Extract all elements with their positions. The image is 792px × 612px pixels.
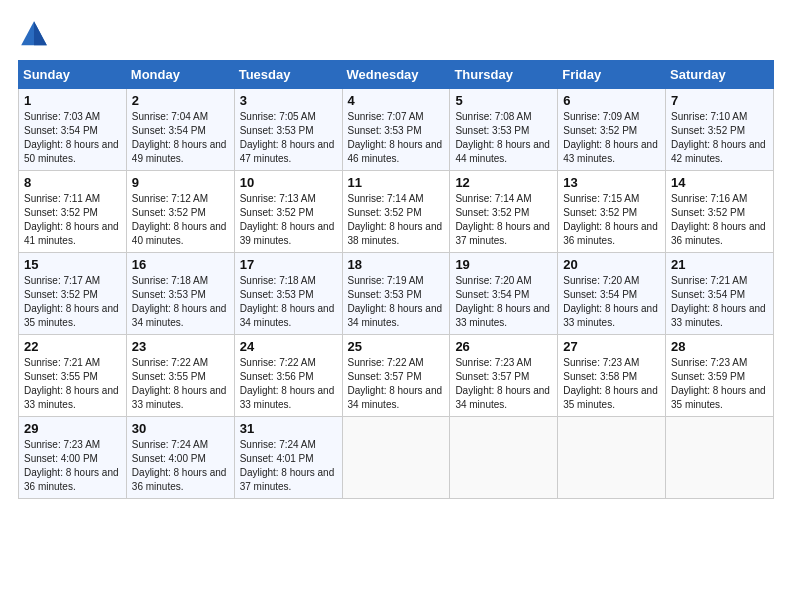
- day-info: Sunrise: 7:22 AMSunset: 3:57 PMDaylight:…: [348, 357, 443, 410]
- day-number: 1: [24, 93, 121, 108]
- calendar-day-cell: 12Sunrise: 7:14 AMSunset: 3:52 PMDayligh…: [450, 171, 558, 253]
- weekday-header: Friday: [558, 61, 666, 89]
- calendar-day-cell: 9Sunrise: 7:12 AMSunset: 3:52 PMDaylight…: [126, 171, 234, 253]
- day-info: Sunrise: 7:09 AMSunset: 3:52 PMDaylight:…: [563, 111, 658, 164]
- calendar-day-cell: 8Sunrise: 7:11 AMSunset: 3:52 PMDaylight…: [19, 171, 127, 253]
- calendar-day-cell: [450, 417, 558, 499]
- calendar-week-row: 29Sunrise: 7:23 AMSunset: 4:00 PMDayligh…: [19, 417, 774, 499]
- calendar-day-cell: 5Sunrise: 7:08 AMSunset: 3:53 PMDaylight…: [450, 89, 558, 171]
- day-info: Sunrise: 7:23 AMSunset: 3:57 PMDaylight:…: [455, 357, 550, 410]
- day-number: 19: [455, 257, 552, 272]
- day-info: Sunrise: 7:10 AMSunset: 3:52 PMDaylight:…: [671, 111, 766, 164]
- day-number: 27: [563, 339, 660, 354]
- calendar-day-cell: 31Sunrise: 7:24 AMSunset: 4:01 PMDayligh…: [234, 417, 342, 499]
- day-info: Sunrise: 7:23 AMSunset: 3:59 PMDaylight:…: [671, 357, 766, 410]
- day-number: 3: [240, 93, 337, 108]
- header: [18, 18, 774, 50]
- day-number: 5: [455, 93, 552, 108]
- day-number: 18: [348, 257, 445, 272]
- calendar-day-cell: 29Sunrise: 7:23 AMSunset: 4:00 PMDayligh…: [19, 417, 127, 499]
- day-info: Sunrise: 7:14 AMSunset: 3:52 PMDaylight:…: [348, 193, 443, 246]
- calendar-day-cell: 22Sunrise: 7:21 AMSunset: 3:55 PMDayligh…: [19, 335, 127, 417]
- day-info: Sunrise: 7:21 AMSunset: 3:54 PMDaylight:…: [671, 275, 766, 328]
- calendar-week-row: 15Sunrise: 7:17 AMSunset: 3:52 PMDayligh…: [19, 253, 774, 335]
- calendar-day-cell: 7Sunrise: 7:10 AMSunset: 3:52 PMDaylight…: [666, 89, 774, 171]
- day-number: 21: [671, 257, 768, 272]
- day-number: 4: [348, 93, 445, 108]
- day-info: Sunrise: 7:22 AMSunset: 3:56 PMDaylight:…: [240, 357, 335, 410]
- day-info: Sunrise: 7:20 AMSunset: 3:54 PMDaylight:…: [455, 275, 550, 328]
- calendar-day-cell: 3Sunrise: 7:05 AMSunset: 3:53 PMDaylight…: [234, 89, 342, 171]
- calendar-day-cell: 14Sunrise: 7:16 AMSunset: 3:52 PMDayligh…: [666, 171, 774, 253]
- calendar-day-cell: 16Sunrise: 7:18 AMSunset: 3:53 PMDayligh…: [126, 253, 234, 335]
- day-number: 20: [563, 257, 660, 272]
- calendar-day-cell: 20Sunrise: 7:20 AMSunset: 3:54 PMDayligh…: [558, 253, 666, 335]
- calendar-week-row: 22Sunrise: 7:21 AMSunset: 3:55 PMDayligh…: [19, 335, 774, 417]
- calendar-day-cell: 26Sunrise: 7:23 AMSunset: 3:57 PMDayligh…: [450, 335, 558, 417]
- weekday-header: Saturday: [666, 61, 774, 89]
- day-info: Sunrise: 7:23 AMSunset: 4:00 PMDaylight:…: [24, 439, 119, 492]
- day-info: Sunrise: 7:20 AMSunset: 3:54 PMDaylight:…: [563, 275, 658, 328]
- day-number: 24: [240, 339, 337, 354]
- calendar-day-cell: 2Sunrise: 7:04 AMSunset: 3:54 PMDaylight…: [126, 89, 234, 171]
- day-info: Sunrise: 7:21 AMSunset: 3:55 PMDaylight:…: [24, 357, 119, 410]
- day-info: Sunrise: 7:16 AMSunset: 3:52 PMDaylight:…: [671, 193, 766, 246]
- day-info: Sunrise: 7:24 AMSunset: 4:01 PMDaylight:…: [240, 439, 335, 492]
- calendar-day-cell: [558, 417, 666, 499]
- day-info: Sunrise: 7:05 AMSunset: 3:53 PMDaylight:…: [240, 111, 335, 164]
- calendar-day-cell: 30Sunrise: 7:24 AMSunset: 4:00 PMDayligh…: [126, 417, 234, 499]
- day-number: 2: [132, 93, 229, 108]
- weekday-header: Tuesday: [234, 61, 342, 89]
- calendar-day-cell: 4Sunrise: 7:07 AMSunset: 3:53 PMDaylight…: [342, 89, 450, 171]
- day-info: Sunrise: 7:15 AMSunset: 3:52 PMDaylight:…: [563, 193, 658, 246]
- day-info: Sunrise: 7:11 AMSunset: 3:52 PMDaylight:…: [24, 193, 119, 246]
- day-info: Sunrise: 7:18 AMSunset: 3:53 PMDaylight:…: [132, 275, 227, 328]
- day-number: 22: [24, 339, 121, 354]
- day-number: 26: [455, 339, 552, 354]
- calendar-day-cell: 23Sunrise: 7:22 AMSunset: 3:55 PMDayligh…: [126, 335, 234, 417]
- svg-marker-1: [34, 21, 47, 45]
- day-number: 11: [348, 175, 445, 190]
- day-info: Sunrise: 7:08 AMSunset: 3:53 PMDaylight:…: [455, 111, 550, 164]
- calendar-day-cell: 28Sunrise: 7:23 AMSunset: 3:59 PMDayligh…: [666, 335, 774, 417]
- day-number: 15: [24, 257, 121, 272]
- calendar-day-cell: 19Sunrise: 7:20 AMSunset: 3:54 PMDayligh…: [450, 253, 558, 335]
- calendar-day-cell: 10Sunrise: 7:13 AMSunset: 3:52 PMDayligh…: [234, 171, 342, 253]
- logo: [18, 18, 56, 50]
- day-number: 9: [132, 175, 229, 190]
- calendar-day-cell: 27Sunrise: 7:23 AMSunset: 3:58 PMDayligh…: [558, 335, 666, 417]
- day-info: Sunrise: 7:04 AMSunset: 3:54 PMDaylight:…: [132, 111, 227, 164]
- day-info: Sunrise: 7:23 AMSunset: 3:58 PMDaylight:…: [563, 357, 658, 410]
- day-number: 17: [240, 257, 337, 272]
- day-number: 10: [240, 175, 337, 190]
- day-number: 8: [24, 175, 121, 190]
- day-info: Sunrise: 7:24 AMSunset: 4:00 PMDaylight:…: [132, 439, 227, 492]
- day-info: Sunrise: 7:17 AMSunset: 3:52 PMDaylight:…: [24, 275, 119, 328]
- weekday-header: Wednesday: [342, 61, 450, 89]
- day-info: Sunrise: 7:13 AMSunset: 3:52 PMDaylight:…: [240, 193, 335, 246]
- day-info: Sunrise: 7:22 AMSunset: 3:55 PMDaylight:…: [132, 357, 227, 410]
- weekday-header-row: SundayMondayTuesdayWednesdayThursdayFrid…: [19, 61, 774, 89]
- calendar: SundayMondayTuesdayWednesdayThursdayFrid…: [18, 60, 774, 499]
- calendar-day-cell: 1Sunrise: 7:03 AMSunset: 3:54 PMDaylight…: [19, 89, 127, 171]
- calendar-week-row: 1Sunrise: 7:03 AMSunset: 3:54 PMDaylight…: [19, 89, 774, 171]
- calendar-day-cell: [666, 417, 774, 499]
- calendar-day-cell: 21Sunrise: 7:21 AMSunset: 3:54 PMDayligh…: [666, 253, 774, 335]
- logo-icon: [18, 18, 50, 50]
- calendar-day-cell: 13Sunrise: 7:15 AMSunset: 3:52 PMDayligh…: [558, 171, 666, 253]
- calendar-day-cell: 24Sunrise: 7:22 AMSunset: 3:56 PMDayligh…: [234, 335, 342, 417]
- weekday-header: Thursday: [450, 61, 558, 89]
- weekday-header: Monday: [126, 61, 234, 89]
- calendar-day-cell: 25Sunrise: 7:22 AMSunset: 3:57 PMDayligh…: [342, 335, 450, 417]
- day-number: 7: [671, 93, 768, 108]
- day-info: Sunrise: 7:12 AMSunset: 3:52 PMDaylight:…: [132, 193, 227, 246]
- day-info: Sunrise: 7:18 AMSunset: 3:53 PMDaylight:…: [240, 275, 335, 328]
- calendar-day-cell: 11Sunrise: 7:14 AMSunset: 3:52 PMDayligh…: [342, 171, 450, 253]
- page: SundayMondayTuesdayWednesdayThursdayFrid…: [0, 0, 792, 612]
- day-number: 14: [671, 175, 768, 190]
- day-number: 28: [671, 339, 768, 354]
- calendar-week-row: 8Sunrise: 7:11 AMSunset: 3:52 PMDaylight…: [19, 171, 774, 253]
- calendar-day-cell: [342, 417, 450, 499]
- day-info: Sunrise: 7:19 AMSunset: 3:53 PMDaylight:…: [348, 275, 443, 328]
- weekday-header: Sunday: [19, 61, 127, 89]
